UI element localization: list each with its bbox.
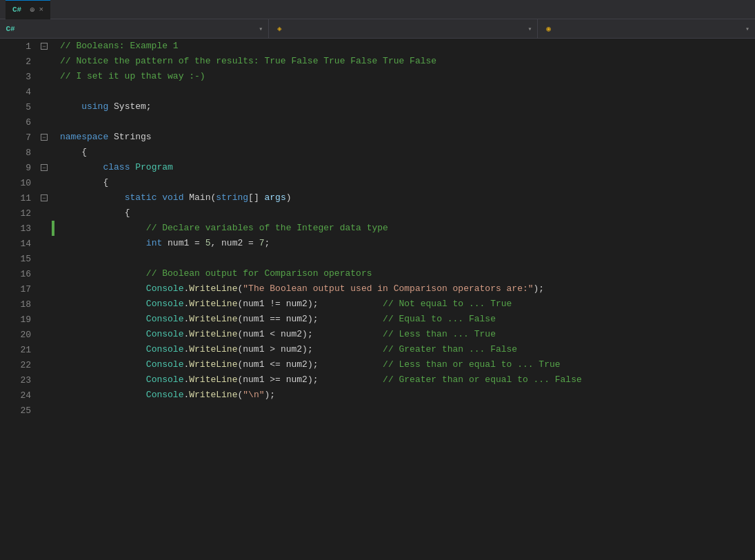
code-line[interactable]: Console.WriteLine(num1 <= num2); // Less… [60,357,755,372]
code-line[interactable]: static void Main(string[] args) [60,190,755,206]
namespace-dropdown[interactable]: C# ▾ [0,19,269,39]
token-plain: (num1 >= num2); [237,372,318,388]
line-number: 6 [0,114,38,130]
tab-pin-icon[interactable]: ⊕ [30,5,34,15]
code-line[interactable]: // Notice the pattern of the results: Tr… [60,54,755,69]
token-plain: , num2 = [210,236,259,251]
line-number: 24 [0,388,38,403]
indent [60,236,146,251]
token-method: WriteLine [189,388,237,403]
token-plain: ( [237,281,243,297]
code-line[interactable]: Console.WriteLine(num1 != num2); // Not … [60,297,755,312]
token-cls: Console [146,342,184,357]
token-method: WriteLine [189,342,237,357]
token-plain: { [81,145,87,160]
code-line[interactable] [60,403,755,418]
indent [60,342,146,357]
indent [60,175,103,190]
gutter-line[interactable]: − [38,160,52,175]
token-method: WriteLine [189,297,237,312]
line-number: 2 [0,54,38,69]
indent [60,99,81,114]
gutter-line [38,266,52,281]
token-plain: . [183,327,189,342]
line-number: 16 [0,266,38,281]
code-line[interactable]: Console.WriteLine(num1 < num2); // Less … [60,327,755,342]
program-tab[interactable]: C# ⊕ × [6,0,50,19]
gutter-line [38,114,52,130]
gutter-line[interactable]: − [38,130,52,145]
collapse-icon[interactable]: − [41,194,48,201]
token-plain: ); [534,281,545,297]
line-number: 19 [0,312,38,327]
code-line[interactable]: { [60,175,755,190]
token-string: "\n" [243,388,264,403]
class-nav-icon: ◈ [274,24,284,34]
collapse-icon[interactable]: − [41,134,48,141]
token-plain [157,190,162,206]
token-method: WriteLine [189,357,237,372]
line-number: 5 [0,99,38,114]
namespace-dropdown-arrow: ▾ [259,25,263,33]
indent [60,251,146,266]
token-method: WriteLine [189,372,237,388]
token-plain: ) [286,190,292,206]
code-content[interactable]: // Booleans: Example 1// Notice the patt… [54,39,755,560]
code-line[interactable]: Console.WriteLine(num1 == num2); // Equa… [60,312,755,327]
gutter-line[interactable]: − [38,190,52,206]
token-comment: // Less than ... True [313,327,496,342]
code-line[interactable]: { [60,145,755,160]
code-line[interactable] [60,84,755,99]
tab-close-icon[interactable]: × [39,6,43,14]
gutter-line [38,145,52,160]
gutter-line[interactable]: − [38,39,52,54]
line-number: 10 [0,175,38,190]
gutter-line [38,206,52,221]
token-plain: (num1 < num2); [237,327,312,342]
collapse-icon[interactable]: − [41,164,48,171]
code-line[interactable]: // I set it up that way :-) [60,69,755,84]
token-plain: Strings [108,130,151,145]
code-line[interactable]: namespace Strings [60,130,755,145]
gutter-line [38,251,52,266]
class-dropdown[interactable]: ◈ ▾ [269,19,538,39]
code-line[interactable]: Console.WriteLine("\n"); [60,388,755,403]
indent [60,206,125,221]
token-kw: void [162,190,183,206]
gutter-line [38,403,52,418]
code-line[interactable] [60,251,755,266]
code-line[interactable]: // Booleans: Example 1 [60,39,755,54]
code-line[interactable]: // Boolean output for Comparison operato… [60,266,755,281]
token-cls: Console [146,327,184,342]
collapse-icon[interactable]: − [41,43,48,50]
token-comment: // Notice the pattern of the results: Tr… [60,54,436,69]
line-number: 13 [0,221,38,236]
indent [60,312,146,327]
gutter-line [38,84,52,99]
token-plain: ( [237,388,243,403]
token-plain: (num1 <= num2); [237,357,318,372]
token-method: WriteLine [189,281,237,297]
token-plain: . [183,297,189,312]
token-cls: Console [146,388,184,403]
code-line[interactable] [60,114,755,130]
code-line[interactable]: int num1 = 5, num2 = 7; [60,236,755,251]
csharp-tab-icon: C# [12,6,21,14]
token-comment: // Greater than ... False [313,342,517,357]
method-dropdown[interactable]: ◉ ▾ [538,19,755,39]
code-line[interactable]: class Program [60,160,755,175]
code-line[interactable]: Console.WriteLine("The Boolean output us… [60,281,755,297]
gutter-line [38,372,52,388]
token-plain: { [103,175,108,190]
indent [60,160,103,175]
line-number: 23 [0,372,38,388]
token-num: 5 [205,236,211,251]
code-line[interactable]: Console.WriteLine(num1 > num2); // Great… [60,342,755,357]
code-line[interactable]: { [60,206,755,221]
code-line[interactable]: Console.WriteLine(num1 >= num2); // Grea… [60,372,755,388]
indent [60,372,146,388]
gutter-line [38,357,52,372]
token-plain: (num1 != num2); [237,297,318,312]
code-line[interactable]: // Declare variables of the Integer data… [60,221,755,236]
code-line[interactable]: using System; [60,99,755,114]
